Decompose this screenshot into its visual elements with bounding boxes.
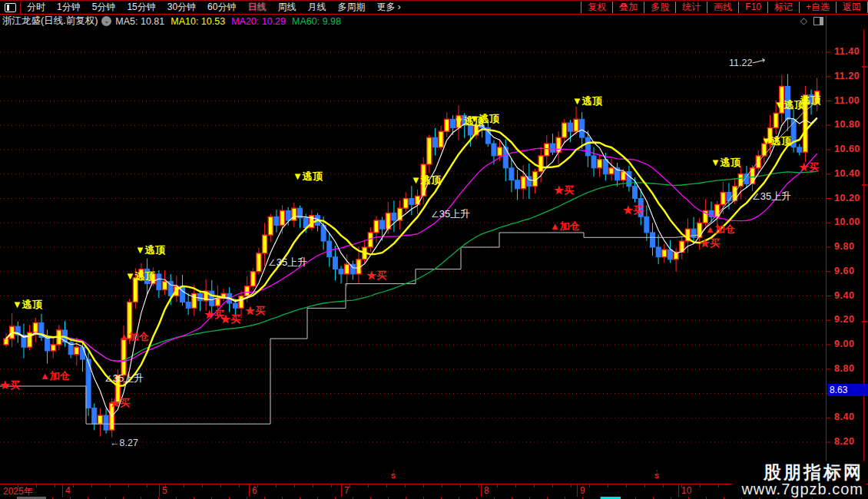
month-divider: [481, 484, 482, 497]
dividend-event-marker[interactable]: ↑S: [389, 469, 398, 479]
candle: [263, 223, 267, 266]
candle: [656, 235, 661, 265]
candle: [797, 144, 802, 156]
watermark-site-name: 股朋指标网: [741, 463, 863, 481]
month-label-4: 4: [65, 485, 71, 496]
candle: [785, 74, 790, 131]
month-divider: [249, 484, 250, 497]
candle: [151, 267, 155, 286]
candle: [128, 299, 132, 344]
candle: [239, 290, 244, 318]
candle: [427, 134, 432, 173]
candle: [104, 408, 108, 434]
event-symbol: S: [652, 473, 661, 479]
month-divider: [159, 484, 160, 497]
candle: [310, 210, 314, 231]
candle: [157, 270, 161, 298]
candle: [292, 203, 297, 227]
candle: [474, 121, 479, 140]
price-axis-label: 10.20: [834, 193, 860, 203]
price-extreme-note: 11.22 ⟶: [729, 57, 766, 68]
candle: [186, 293, 190, 315]
candle: [333, 246, 337, 280]
candle: [627, 166, 631, 192]
candle: [163, 270, 167, 295]
candle: [791, 110, 796, 153]
price-axis-label: 11.40: [834, 46, 860, 57]
month-divider: [62, 484, 63, 497]
candle: [115, 369, 120, 406]
candle: [350, 261, 355, 280]
scrollbar-tick: [862, 66, 867, 68]
price-axis-label: 9.60: [834, 266, 854, 276]
candle: [809, 90, 813, 115]
right-scrollbar[interactable]: [863, 29, 864, 484]
scrollbar-tick: [862, 321, 867, 322]
price-axis-label: 11.00: [834, 95, 860, 106]
price-axis-label: 10.60: [834, 144, 860, 154]
candle: [691, 217, 696, 243]
candle: [527, 164, 532, 199]
arrow-icon: ⟶: [750, 54, 767, 68]
candle: [774, 101, 778, 134]
candle: [98, 408, 102, 436]
price-axis-label: 9.20: [834, 314, 854, 325]
month-label-5: 5: [162, 485, 167, 496]
month-label-6: 6: [252, 485, 257, 496]
candle: [509, 158, 514, 193]
candle: [374, 216, 379, 243]
candle: [339, 266, 343, 283]
candle: [92, 404, 97, 431]
candle: [22, 324, 26, 359]
candle: [432, 128, 437, 156]
candle: [485, 121, 490, 147]
event-symbol: S: [389, 473, 398, 479]
candle: [680, 236, 684, 259]
price-axis-label: 8.40: [834, 411, 854, 422]
dividend-event-marker[interactable]: ↑S: [652, 469, 661, 479]
candle: [204, 279, 208, 311]
price-axis-label: 10.80: [834, 119, 860, 130]
candle: [668, 240, 672, 263]
candle: [197, 291, 202, 311]
candle: [4, 333, 8, 347]
candle: [615, 163, 620, 187]
price-chart: [0, 0, 868, 499]
candle: [621, 169, 625, 188]
candle: [521, 165, 525, 199]
candle: [315, 213, 320, 231]
month-label-9: 9: [580, 485, 585, 496]
candle: [63, 321, 68, 347]
month-label-8: 8: [484, 485, 489, 496]
candle: [403, 192, 408, 212]
candle: [15, 322, 20, 343]
candle: [121, 326, 126, 385]
candle: [39, 314, 44, 341]
candle: [662, 244, 667, 263]
candle: [545, 135, 549, 169]
candle: [398, 200, 403, 230]
candle: [268, 214, 273, 243]
month-divider: [341, 484, 342, 497]
candle: [780, 75, 784, 124]
price-axis-label: 9.00: [834, 339, 854, 349]
candle: [139, 263, 144, 282]
candle: [280, 205, 285, 233]
current-price-badge: 8.63: [827, 384, 868, 396]
candle: [181, 275, 185, 306]
candle: [215, 286, 220, 319]
month-divider: [577, 484, 578, 497]
candle: [815, 78, 820, 111]
watermark-url: www.7gpzb.com: [741, 481, 863, 497]
candle: [439, 126, 443, 150]
ma10-line: [6, 118, 817, 386]
watermark: 股朋指标网 www.7gpzb.com: [732, 461, 866, 498]
candle: [651, 223, 655, 255]
candle: [445, 112, 449, 137]
candle: [274, 210, 279, 233]
candle: [10, 313, 15, 347]
month-label-7: 7: [344, 485, 350, 496]
price-axis-label: 11.20: [834, 71, 860, 81]
candle: [803, 86, 807, 162]
candle: [456, 105, 461, 140]
